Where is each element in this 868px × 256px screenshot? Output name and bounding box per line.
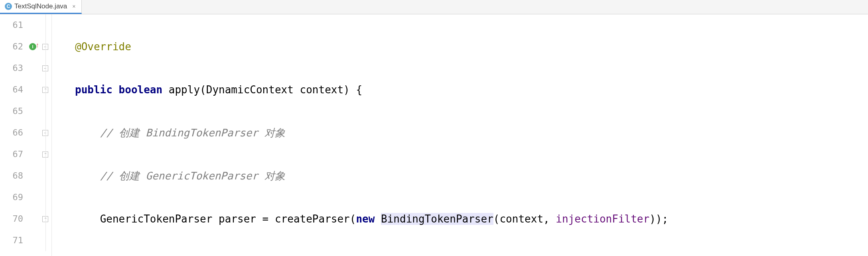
line-number[interactable]: 68 [0,165,26,187]
code-line[interactable]: // 创建 BindingTokenParser 对象 [75,122,868,144]
code-line[interactable]: public boolean apply(DynamicContext cont… [75,79,868,100]
line-number[interactable]: 64 [0,79,26,100]
override-marker-icon[interactable]: I [29,43,36,50]
code-content[interactable]: @Override public boolean apply(DynamicCo… [52,14,868,256]
tab-textsqlnode[interactable]: C TextSqlNode.java × [0,0,82,14]
field-ref: injectionFilter [556,213,649,225]
comment: // 创建 BindingTokenParser 对象 [100,127,285,139]
up-arrow-icon[interactable]: ↑ [36,41,39,49]
line-number[interactable]: 70 [0,208,26,230]
code-line[interactable]: GenericTokenParser parser = createParser… [75,208,868,230]
line-number[interactable]: 63 [0,57,26,79]
keyword-boolean: boolean [119,84,163,96]
code-line[interactable]: // 创建 GenericTokenParser 对象 [75,165,868,187]
keyword-public: public [75,84,112,96]
tab-bar: C TextSqlNode.java × [0,0,868,14]
editor-area: 61 62 63 64 65 66 67 68 69 70 71 I ↑ − [0,14,868,256]
line-number[interactable]: 69 [0,187,26,208]
tab-label: TextSqlNode.java [14,2,67,10]
code-text: (context, [493,213,556,225]
code-line[interactable]: // 执行解析 [75,251,868,256]
line-number[interactable]: 61 [0,14,26,36]
gutter: 61 62 63 64 65 66 67 68 69 70 71 [0,14,26,251]
code-line[interactable]: @Override [75,36,868,57]
space [375,213,381,225]
code-text: GenericTokenParser parser = createParser… [100,213,356,225]
annotation: @Override [75,41,131,53]
line-number[interactable]: 62 [0,36,26,57]
keyword-new: new [356,213,375,225]
code-text: )); [649,213,668,225]
line-number[interactable]: 66 [0,122,26,144]
fold-column: − − ⌃ − ⌃ ⌃ [39,14,52,256]
gutter-marks: I ↑ [26,14,39,256]
line-number[interactable]: 65 [0,100,26,122]
method-signature: apply(DynamicContext context) { [162,84,362,96]
java-class-icon: C [5,3,12,10]
comment: // 创建 GenericTokenParser 对象 [100,170,285,182]
line-number[interactable]: 67 [0,144,26,165]
line-number[interactable]: 71 [0,230,26,251]
highlighted-class: BindingTokenParser [381,213,493,225]
close-icon[interactable]: × [71,4,77,9]
